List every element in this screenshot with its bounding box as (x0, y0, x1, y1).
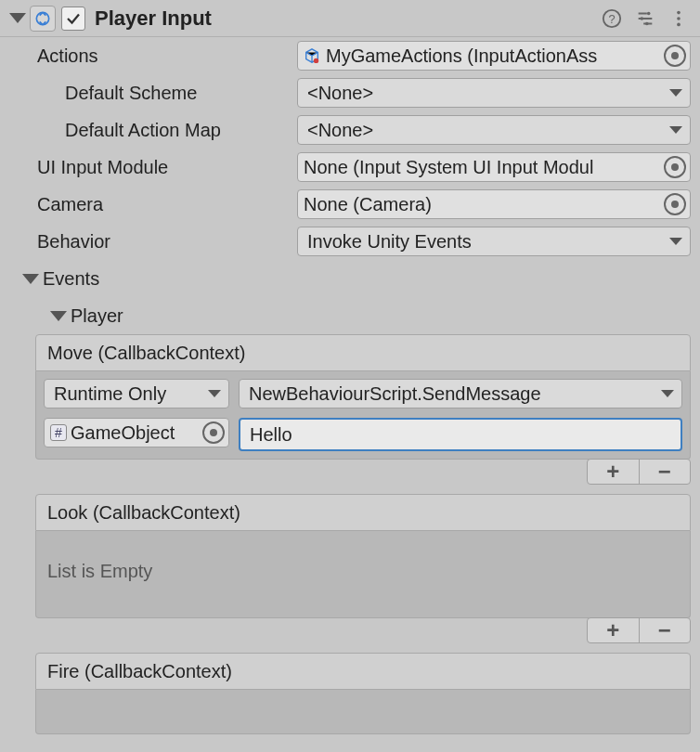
actions-value: MyGameActions (InputActionAss (326, 45, 664, 67)
svg-point-6 (677, 10, 681, 14)
chevron-down-icon (669, 89, 682, 97)
svg-point-5 (645, 21, 649, 25)
move-event-header: Move (CallbackContext) (35, 334, 691, 371)
camera-field[interactable]: None (Camera) (297, 189, 691, 219)
default-actionmap-dropdown[interactable]: <None> (297, 115, 691, 145)
move-method-dropdown[interactable]: NewBehaviourScript.SendMessage (239, 379, 682, 408)
ui-input-module-label: UI Input Module (9, 157, 297, 178)
svg-point-9 (314, 58, 318, 63)
behavior-dropdown[interactable]: Invoke Unity Events (297, 227, 691, 256)
look-event-header: Look (CallbackContext) (35, 494, 691, 531)
camera-label: Camera (9, 194, 297, 215)
look-empty-text: List is Empty (44, 538, 682, 610)
move-callstate-dropdown[interactable]: Runtime Only (44, 379, 229, 408)
move-method-value: NewBehaviourScript.SendMessage (249, 383, 657, 405)
move-add-button[interactable]: + (588, 460, 640, 484)
chevron-down-icon (661, 390, 674, 397)
svg-point-7 (677, 17, 681, 20)
ui-input-module-value: None (Input System UI Input Modul (304, 157, 664, 178)
object-picker-icon[interactable] (664, 156, 686, 178)
svg-text:?: ? (608, 11, 615, 25)
object-picker-icon[interactable] (664, 193, 686, 215)
events-label: Events (43, 268, 99, 290)
chevron-down-icon (669, 126, 682, 134)
object-picker-icon[interactable] (202, 421, 225, 444)
object-picker-icon[interactable] (664, 45, 686, 67)
default-scheme-label: Default Scheme (9, 83, 297, 104)
player-foldout[interactable] (50, 311, 67, 321)
look-remove-button[interactable]: − (640, 618, 691, 642)
presets-icon[interactable] (635, 8, 655, 29)
look-add-button[interactable]: + (588, 618, 640, 642)
move-target-value: GameObject (71, 422, 202, 444)
svg-point-4 (641, 17, 644, 20)
default-actionmap-label: Default Action Map (9, 120, 297, 141)
help-icon[interactable]: ? (602, 8, 622, 29)
behavior-label: Behavior (9, 231, 297, 253)
fire-event-title: Fire (CallbackContext) (47, 661, 232, 682)
asset-icon (304, 47, 320, 64)
default-scheme-dropdown[interactable]: <None> (297, 78, 691, 108)
chevron-down-icon (669, 238, 682, 245)
svg-point-8 (677, 22, 681, 26)
svg-point-3 (647, 11, 651, 15)
fire-event-header: Fire (CallbackContext) (35, 653, 691, 690)
camera-value: None (Camera) (304, 194, 664, 215)
default-scheme-value: <None> (307, 83, 666, 104)
move-argument-input[interactable]: Hello (239, 418, 682, 451)
enable-checkbox[interactable] (61, 6, 85, 31)
ui-input-module-field[interactable]: None (Input System UI Input Modul (297, 152, 691, 182)
script-icon: # (50, 424, 67, 441)
component-title: Player Input (95, 6, 602, 31)
actions-field[interactable]: MyGameActions (InputActionAss (297, 41, 691, 71)
events-foldout[interactable] (22, 274, 39, 284)
move-argument-value: Hello (250, 424, 292, 446)
component-icon (30, 6, 56, 32)
move-target-field[interactable]: # GameObject (44, 418, 229, 447)
move-event-title: Move (CallbackContext) (47, 343, 245, 364)
menu-icon[interactable] (668, 8, 689, 29)
move-callstate-value: Runtime Only (54, 383, 204, 405)
chevron-down-icon (208, 390, 221, 397)
default-actionmap-value: <None> (307, 120, 666, 141)
svg-point-0 (36, 12, 48, 24)
behavior-value: Invoke Unity Events (307, 231, 666, 253)
move-remove-button[interactable]: − (640, 460, 691, 484)
player-label: Player (71, 305, 123, 327)
look-event-title: Look (CallbackContext) (47, 502, 240, 524)
actions-label: Actions (9, 45, 297, 67)
component-foldout[interactable] (9, 13, 26, 23)
